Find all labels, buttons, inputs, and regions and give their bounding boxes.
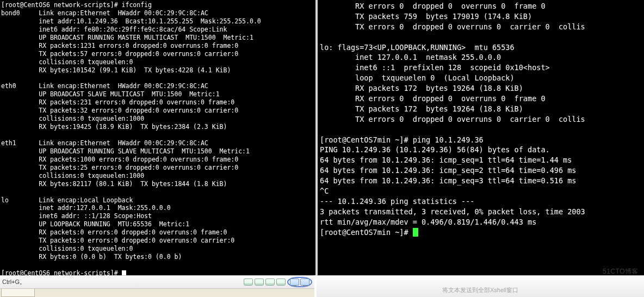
cursor-right: [413, 228, 418, 237]
right-terminal-text: RX errors 0 dropped 0 overruns 0 frame 0…: [320, 2, 585, 237]
session-tab[interactable]: [1, 289, 35, 297]
left-terminal[interactable]: [root@CentOS6 network-scripts]# ifconfig…: [0, 0, 315, 275]
status-bar-left: Ctrl+G。: [0, 275, 314, 288]
broadcast-hint: 将文本发送到全部Xshell窗口: [317, 286, 644, 295]
right-terminal[interactable]: RX errors 0 dropped 0 overruns 0 frame 0…: [318, 0, 644, 275]
highlighted-icons: [287, 277, 312, 287]
status-icons: [244, 277, 312, 287]
cursor-left: [122, 270, 126, 275]
status-hint: Ctrl+G。: [2, 278, 244, 286]
disk-icon[interactable]: [255, 279, 264, 286]
tab-strip-left: [0, 288, 314, 297]
monitor-icon[interactable]: [300, 279, 309, 286]
disk-icon[interactable]: [276, 279, 286, 286]
monitor-icon[interactable]: [290, 279, 299, 286]
disk-icon[interactable]: [265, 279, 275, 286]
left-terminal-text: [root@CentOS6 network-scripts]# ifconfig…: [1, 1, 261, 275]
disk-icon[interactable]: [244, 279, 253, 286]
watermark: 51CTO博客: [603, 267, 639, 276]
